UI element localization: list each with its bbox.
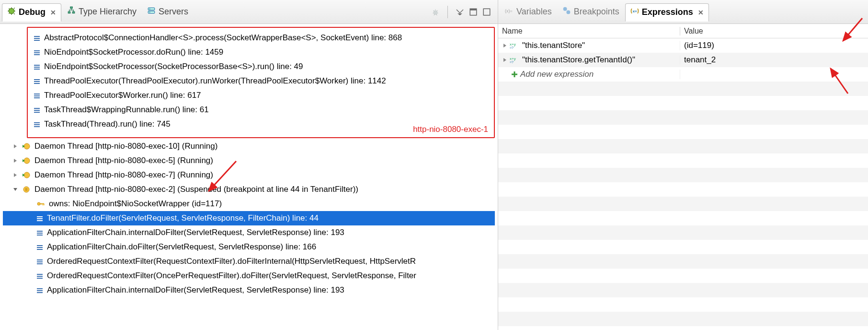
empty-row <box>498 254 868 269</box>
maximize-icon[interactable] <box>482 8 491 16</box>
empty-row <box>498 168 868 182</box>
stack-frame-row[interactable]: ThreadPoolExecutor$Worker.run() line: 61… <box>32 88 490 103</box>
empty-row <box>498 197 868 211</box>
left-toolbar <box>431 6 496 18</box>
close-icon[interactable]: ✕ <box>50 9 56 16</box>
svg-rect-40 <box>40 203 44 204</box>
svg-rect-23 <box>34 83 40 84</box>
svg-rect-11 <box>483 9 490 15</box>
close-icon[interactable]: ✕ <box>698 9 704 16</box>
expression-icon: x+y=? <box>510 56 520 64</box>
caret-right-icon[interactable] <box>502 43 508 48</box>
caret-down-icon[interactable] <box>12 187 18 192</box>
column-name-header[interactable]: Name <box>498 27 680 35</box>
svg-rect-12 <box>34 36 40 37</box>
caret-right-icon[interactable] <box>12 172 18 178</box>
debug-tree[interactable]: AbstractProtocol$ConnectionHandler<S>.pr… <box>0 24 498 330</box>
tab-variables[interactable]: (x)= Variables <box>500 3 557 21</box>
svg-rect-25 <box>34 95 40 96</box>
expression-row[interactable]: x+y=?"this.tenantStore"(id=119) <box>498 38 868 53</box>
breakpoints-icon <box>562 6 571 17</box>
caret-right-icon[interactable] <box>502 57 508 63</box>
stack-frame-label: AbstractProtocol$ConnectionHandler<S>.pr… <box>44 33 402 43</box>
stack-frame-label: TaskThread$WrappingRunnable.run() line: … <box>44 105 209 115</box>
svg-text:=?: =? <box>510 46 514 49</box>
stack-frame-row[interactable]: OrderedRequestContextFilter(OncePerReque… <box>3 269 495 283</box>
svg-rect-71 <box>512 74 517 75</box>
tab-type-hierarchy[interactable]: Type Hierarchy <box>62 3 141 21</box>
tab-servers[interactable]: Servers <box>142 3 193 21</box>
stack-frame-icon <box>36 215 43 222</box>
stack-frame-icon <box>34 49 40 56</box>
stack-frame-label: TaskThread(Thread).run() line: 745 <box>44 119 171 129</box>
svg-rect-60 <box>37 292 43 293</box>
svg-rect-30 <box>34 122 40 123</box>
thread-label: Daemon Thread [http-nio-8080-exec-2] (Su… <box>34 185 358 194</box>
column-value-header[interactable]: Value <box>680 27 868 35</box>
stack-frame-row[interactable]: ApplicationFilterChain.internalDoFilter(… <box>3 283 495 297</box>
tab-label: Debug <box>19 7 46 17</box>
svg-rect-56 <box>37 276 43 277</box>
thread-row[interactable]: Daemon Thread [http-nio-8080-exec-10] (R… <box>3 139 495 153</box>
stack-frame-label: ApplicationFilterChain.internalDoFilter(… <box>47 228 344 237</box>
svg-point-7 <box>149 12 150 12</box>
add-expression-row[interactable]: Add new expression <box>498 67 868 82</box>
svg-point-36 <box>23 187 29 192</box>
running-thread-icon <box>22 142 31 151</box>
svg-rect-10 <box>470 9 477 10</box>
stack-frame-icon <box>36 229 43 236</box>
svg-rect-43 <box>37 216 43 217</box>
empty-row <box>498 283 868 297</box>
stack-frame-row[interactable]: ApplicationFilterChain.doFilter(ServletR… <box>3 240 495 254</box>
stack-frame-row[interactable]: TaskThread$WrappingRunnable.run() line: … <box>32 103 490 117</box>
bug-icon[interactable] <box>431 8 440 16</box>
separator <box>447 6 448 18</box>
tab-breakpoints[interactable]: Breakpoints <box>558 3 624 21</box>
svg-rect-3 <box>72 12 75 13</box>
suspended-thread-row[interactable]: Daemon Thread [http-nio-8080-exec-2] (Su… <box>3 182 495 197</box>
stack-frame-label: ThreadPoolExecutor$Worker.run() line: 61… <box>44 91 201 100</box>
svg-rect-59 <box>37 290 43 291</box>
svg-point-64 <box>566 10 570 14</box>
svg-rect-46 <box>37 231 43 232</box>
empty-row <box>498 312 868 326</box>
thread-label: Daemon Thread [http-nio-8080-exec-5] (Ru… <box>34 156 213 165</box>
thread-row[interactable]: Daemon Thread [http-nio-8080-exec-5] (Ru… <box>3 153 495 168</box>
stack-frame-icon <box>34 106 40 113</box>
svg-rect-53 <box>37 261 43 262</box>
svg-rect-47 <box>37 233 43 234</box>
view-menu-icon[interactable] <box>456 8 464 16</box>
svg-point-6 <box>149 9 150 10</box>
svg-rect-15 <box>34 50 40 51</box>
stack-frame-label: NioEndpoint$SocketProcessor(SocketProces… <box>44 62 303 71</box>
empty-row <box>498 139 868 153</box>
owns-row[interactable]: owns: NioEndpoint$NioSocketWrapper (id=1… <box>3 197 495 211</box>
expressions-tree[interactable]: x+y=?"this.tenantStore"(id=119)x+y=?"thi… <box>498 38 868 330</box>
svg-rect-26 <box>34 97 40 98</box>
thread-row[interactable]: Daemon Thread [http-nio-8080-exec-7] (Ru… <box>3 168 495 182</box>
svg-text:=?: =? <box>510 60 514 64</box>
tab-debug[interactable]: Debug ✕ <box>2 3 61 22</box>
svg-rect-58 <box>37 288 43 289</box>
stack-frame-row[interactable]: ApplicationFilterChain.internalDoFilter(… <box>3 225 495 240</box>
svg-rect-55 <box>37 274 43 275</box>
svg-point-63 <box>563 7 567 11</box>
stack-frame-icon <box>34 92 40 99</box>
stack-frame-row[interactable]: NioEndpoint$SocketProcessor(SocketProces… <box>32 59 490 74</box>
stack-frame-row[interactable]: OrderedRequestContextFilter(RequestConte… <box>3 254 495 269</box>
tab-label: Servers <box>159 7 188 17</box>
tab-expressions[interactable]: x= Expressions ✕ <box>625 3 709 22</box>
tab-label: Expressions <box>642 7 693 17</box>
stack-frame-row[interactable]: ThreadPoolExecutor(ThreadPoolExecutor).r… <box>32 74 490 88</box>
stack-frame-icon <box>36 244 43 250</box>
caret-right-icon[interactable] <box>12 143 18 149</box>
stack-frame-row[interactable]: NioEndpoint$SocketProcessor.doRun() line… <box>32 45 490 59</box>
empty-row <box>498 297 868 312</box>
stack-frame-icon <box>36 287 43 294</box>
expression-row[interactable]: x+y=?"this.tenantStore.getTenantId()"ten… <box>498 53 868 67</box>
stack-frame-row-selected[interactable]: TenantFilter.doFilter(ServletRequest, Se… <box>3 211 495 225</box>
caret-right-icon[interactable] <box>12 158 18 164</box>
svg-rect-27 <box>34 108 40 109</box>
stack-frame-row[interactable]: AbstractProtocol$ConnectionHandler<S>.pr… <box>32 31 490 45</box>
minimize-icon[interactable] <box>469 8 478 16</box>
